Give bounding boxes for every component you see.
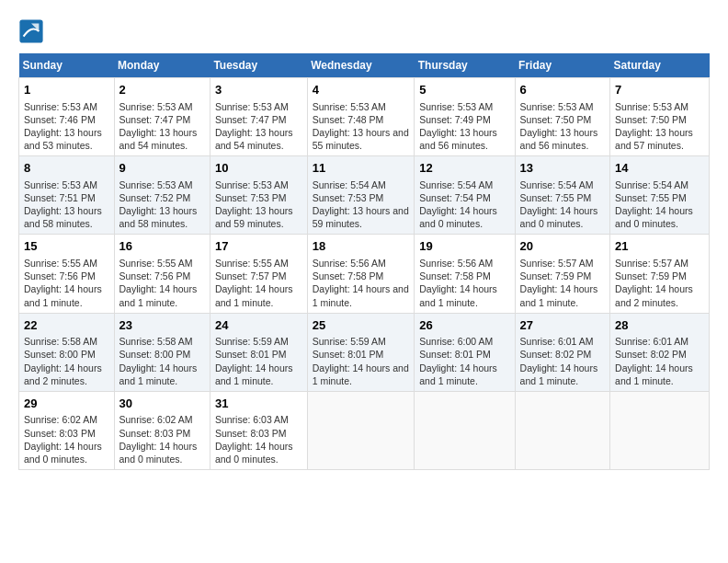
- day-cell-3: 3 Sunrise: 5:53 AM Sunset: 7:47 PM Dayli…: [210, 78, 307, 156]
- day-cell-25: 25 Sunrise: 5:59 AM Sunset: 8:01 PM Dayl…: [307, 313, 415, 391]
- sunset-info: Sunset: 8:03 PM: [215, 428, 287, 439]
- sunset-info: Sunset: 8:03 PM: [119, 428, 191, 439]
- day-cell-10: 10 Sunrise: 5:53 AM Sunset: 7:53 PM Dayl…: [210, 156, 307, 235]
- sunset-info: Sunset: 7:53 PM: [313, 192, 384, 203]
- weekday-header-friday: Friday: [515, 53, 610, 78]
- day-number: 3: [215, 82, 302, 98]
- day-number: 1: [24, 82, 109, 98]
- day-number: 23: [119, 317, 205, 334]
- day-number: 14: [615, 160, 704, 177]
- daylight-info: Daylight: 13 hours and 54 minutes.: [119, 127, 198, 151]
- daylight-info: Daylight: 14 hours and 1 minute.: [313, 362, 409, 386]
- sunset-info: Sunset: 8:03 PM: [24, 428, 96, 439]
- day-number: 9: [119, 160, 205, 177]
- day-number: 27: [520, 317, 606, 334]
- sunrise-info: Sunrise: 5:53 AM: [313, 101, 386, 112]
- day-number: 5: [419, 82, 509, 98]
- daylight-info: Daylight: 13 hours and 58 minutes.: [119, 205, 198, 229]
- weekday-header-monday: Monday: [114, 53, 210, 78]
- empty-cell: [610, 391, 710, 469]
- daylight-info: Daylight: 13 hours and 58 minutes.: [24, 205, 102, 229]
- day-number: 13: [520, 160, 606, 177]
- day-number: 25: [313, 317, 410, 334]
- sunset-info: Sunset: 7:53 PM: [215, 192, 287, 203]
- daylight-info: Daylight: 14 hours and 1 minute.: [24, 283, 102, 307]
- sunset-info: Sunset: 7:59 PM: [615, 270, 687, 282]
- sunset-info: Sunset: 8:01 PM: [419, 349, 491, 360]
- day-cell-1: 1 Sunrise: 5:53 AM Sunset: 7:46 PM Dayli…: [19, 78, 115, 156]
- sunset-info: Sunset: 8:01 PM: [313, 349, 384, 360]
- day-cell-27: 27 Sunrise: 6:01 AM Sunset: 8:02 PM Dayl…: [515, 313, 610, 391]
- day-number: 19: [419, 238, 509, 255]
- daylight-info: Daylight: 14 hours and 1 minute.: [419, 283, 497, 307]
- sunset-info: Sunset: 8:00 PM: [24, 349, 96, 360]
- sunset-info: Sunset: 7:47 PM: [119, 114, 191, 125]
- sunrise-info: Sunrise: 5:59 AM: [313, 336, 386, 347]
- sunrise-info: Sunrise: 5:54 AM: [615, 179, 688, 190]
- sunset-info: Sunset: 7:56 PM: [24, 270, 96, 282]
- daylight-info: Daylight: 14 hours and 1 minute.: [520, 283, 598, 307]
- sunset-info: Sunset: 7:47 PM: [215, 114, 287, 125]
- calendar-week-2: 8 Sunrise: 5:53 AM Sunset: 7:51 PM Dayli…: [19, 156, 710, 235]
- sunrise-info: Sunrise: 5:53 AM: [215, 101, 289, 112]
- daylight-info: Daylight: 13 hours and 57 minutes.: [615, 127, 693, 151]
- daylight-info: Daylight: 14 hours and 0 minutes.: [419, 205, 497, 229]
- sunset-info: Sunset: 7:57 PM: [215, 270, 287, 282]
- calendar-table: SundayMondayTuesdayWednesdayThursdayFrid…: [18, 53, 710, 470]
- daylight-info: Daylight: 14 hours and 1 minute.: [520, 362, 598, 386]
- logo: [18, 18, 48, 44]
- daylight-info: Daylight: 14 hours and 0 minutes.: [24, 441, 102, 465]
- day-cell-20: 20 Sunrise: 5:57 AM Sunset: 7:59 PM Dayl…: [515, 235, 610, 313]
- sunset-info: Sunset: 7:58 PM: [419, 270, 491, 282]
- day-cell-31: 31 Sunrise: 6:03 AM Sunset: 8:03 PM Dayl…: [210, 391, 307, 469]
- daylight-info: Daylight: 14 hours and 1 minute.: [215, 283, 293, 307]
- day-cell-17: 17 Sunrise: 5:55 AM Sunset: 7:57 PM Dayl…: [210, 235, 307, 313]
- sunset-info: Sunset: 7:58 PM: [313, 270, 384, 282]
- day-cell-26: 26 Sunrise: 6:00 AM Sunset: 8:01 PM Dayl…: [415, 313, 515, 391]
- daylight-info: Daylight: 13 hours and 59 minutes.: [215, 205, 293, 229]
- sunset-info: Sunset: 7:50 PM: [520, 114, 592, 125]
- day-cell-24: 24 Sunrise: 5:59 AM Sunset: 8:01 PM Dayl…: [210, 313, 307, 391]
- day-cell-29: 29 Sunrise: 6:02 AM Sunset: 8:03 PM Dayl…: [19, 391, 115, 469]
- day-cell-8: 8 Sunrise: 5:53 AM Sunset: 7:51 PM Dayli…: [19, 156, 115, 235]
- daylight-info: Daylight: 13 hours and 56 minutes.: [419, 127, 497, 151]
- calendar-week-5: 29 Sunrise: 6:02 AM Sunset: 8:03 PM Dayl…: [19, 391, 710, 469]
- sunrise-info: Sunrise: 5:53 AM: [615, 101, 688, 112]
- sunrise-info: Sunrise: 5:56 AM: [419, 258, 493, 269]
- sunset-info: Sunset: 7:59 PM: [520, 270, 592, 282]
- sunset-info: Sunset: 7:49 PM: [419, 114, 491, 125]
- day-cell-4: 4 Sunrise: 5:53 AM Sunset: 7:48 PM Dayli…: [307, 78, 415, 156]
- day-cell-30: 30 Sunrise: 6:02 AM Sunset: 8:03 PM Dayl…: [114, 391, 210, 469]
- sunrise-info: Sunrise: 6:01 AM: [520, 336, 594, 347]
- day-number: 22: [24, 317, 109, 334]
- day-number: 20: [520, 238, 606, 255]
- sunset-info: Sunset: 7:50 PM: [615, 114, 687, 125]
- sunset-info: Sunset: 7:46 PM: [24, 114, 96, 125]
- sunrise-info: Sunrise: 5:57 AM: [520, 258, 594, 269]
- day-cell-9: 9 Sunrise: 5:53 AM Sunset: 7:52 PM Dayli…: [114, 156, 210, 235]
- sunrise-info: Sunrise: 6:02 AM: [119, 414, 193, 425]
- day-number: 6: [520, 82, 606, 98]
- day-number: 4: [313, 82, 410, 98]
- sunrise-info: Sunrise: 5:56 AM: [313, 258, 386, 269]
- sunrise-info: Sunrise: 5:58 AM: [119, 336, 193, 347]
- day-cell-14: 14 Sunrise: 5:54 AM Sunset: 7:55 PM Dayl…: [610, 156, 710, 235]
- calendar-week-3: 15 Sunrise: 5:55 AM Sunset: 7:56 PM Dayl…: [19, 235, 710, 313]
- day-cell-7: 7 Sunrise: 5:53 AM Sunset: 7:50 PM Dayli…: [610, 78, 710, 156]
- day-cell-15: 15 Sunrise: 5:55 AM Sunset: 7:56 PM Dayl…: [19, 235, 115, 313]
- calendar-week-1: 1 Sunrise: 5:53 AM Sunset: 7:46 PM Dayli…: [19, 78, 710, 156]
- day-cell-5: 5 Sunrise: 5:53 AM Sunset: 7:49 PM Dayli…: [415, 78, 515, 156]
- day-cell-19: 19 Sunrise: 5:56 AM Sunset: 7:58 PM Dayl…: [415, 235, 515, 313]
- day-cell-2: 2 Sunrise: 5:53 AM Sunset: 7:47 PM Dayli…: [114, 78, 210, 156]
- day-number: 12: [419, 160, 509, 177]
- sunset-info: Sunset: 7:48 PM: [313, 114, 384, 125]
- daylight-info: Daylight: 13 hours and 56 minutes.: [520, 127, 598, 151]
- day-number: 17: [215, 238, 302, 255]
- day-number: 16: [119, 238, 205, 255]
- sunset-info: Sunset: 8:02 PM: [615, 349, 687, 360]
- weekday-header-saturday: Saturday: [610, 53, 710, 78]
- sunrise-info: Sunrise: 5:53 AM: [24, 101, 97, 112]
- day-cell-12: 12 Sunrise: 5:54 AM Sunset: 7:54 PM Dayl…: [415, 156, 515, 235]
- sunrise-info: Sunrise: 5:57 AM: [615, 258, 688, 269]
- sunset-info: Sunset: 7:56 PM: [119, 270, 191, 282]
